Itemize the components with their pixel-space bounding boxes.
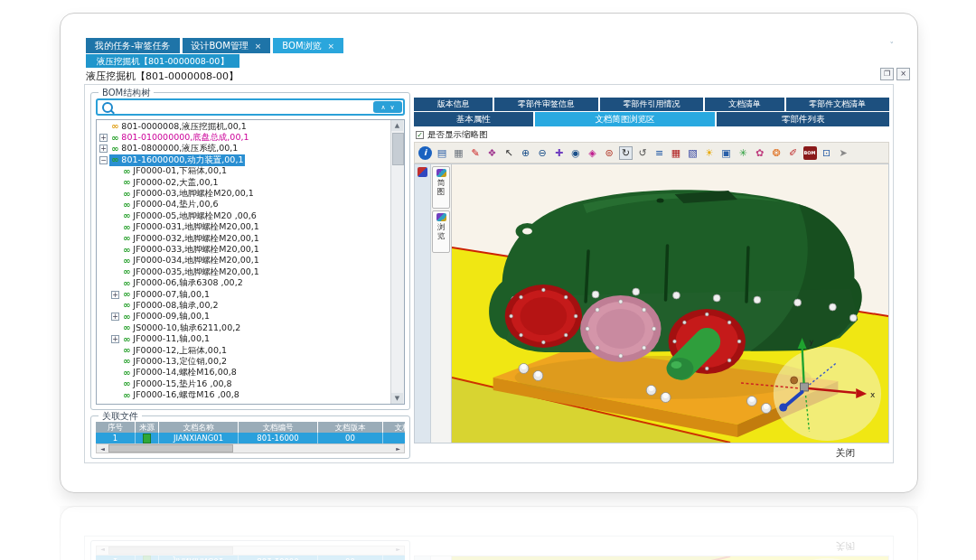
restore-window-icon[interactable]: ❐	[880, 68, 894, 80]
expand-spacer	[99, 123, 108, 131]
close-window-icon[interactable]: ×	[896, 68, 910, 80]
layers-icon[interactable]: ≡	[652, 146, 666, 160]
tree-item[interactable]: ∞JF0000-16,螺母M16 ,00,8	[97, 389, 391, 400]
app-tab[interactable]: BOM浏览×	[273, 38, 343, 53]
viewer-tab[interactable]: 简图	[432, 166, 450, 209]
app-tab[interactable]: 我的任务-审签任务	[86, 38, 180, 53]
view-mode-icon[interactable]	[418, 167, 427, 177]
tree-item[interactable]: ∞JF0000-15,垫片16 ,00,8	[97, 378, 391, 389]
tree-item[interactable]: ∞JF0000-05,地脚螺栓M20 ,00,6	[97, 210, 391, 221]
select-cursor-icon[interactable]: ↖	[502, 146, 516, 160]
paint-icon[interactable]: ❖	[485, 146, 499, 160]
markup-icon[interactable]: ✿	[753, 146, 766, 160]
tree-item[interactable]: ∞JF0000-03,地脚螺栓M20,00,1	[97, 188, 391, 199]
tree-item-label: JF0000-16,螺母M16 ,00,8	[133, 389, 239, 401]
zoom-fit-icon[interactable]: ✚	[552, 146, 566, 160]
explode-icon[interactable]: ✳	[737, 146, 750, 160]
viewer-tab[interactable]: 浏览	[432, 210, 450, 253]
tree-item[interactable]: ∞JF0000-13,定位销,00,2	[97, 356, 391, 367]
tree-item[interactable]: ∞JF0000-06,轴承6308 ,00,2	[97, 277, 391, 288]
tree-item[interactable]: −∞801-16000000,动力装置,00,1	[97, 154, 391, 165]
tree-item[interactable]: +∞JF0000-07,轴,00,1	[97, 289, 391, 300]
detail-tab[interactable]: 基本属性	[414, 112, 533, 126]
detail-tab[interactable]: 零部件引用情况	[600, 98, 703, 111]
search-prev-icon[interactable]: ∧	[380, 104, 385, 111]
bom-search-input[interactable]	[117, 100, 373, 114]
files-row[interactable]: 1JIANXIANG01801-1600000	[96, 433, 405, 443]
tree-item-body: ∞JF0000-033,地脚螺栓M20,00,1	[121, 244, 261, 256]
rotate-icon[interactable]: ↻	[619, 146, 633, 160]
expand-toggle-icon[interactable]: +	[111, 291, 119, 299]
app-tab[interactable]: 设计BOM管理×	[183, 38, 271, 53]
tree-item[interactable]: ∞JF0000-14,螺栓M16,00,8	[97, 368, 391, 378]
tab-close-icon[interactable]: ×	[255, 42, 262, 51]
tree-item[interactable]: +∞JF0000-11,轴,00,1	[97, 333, 391, 344]
print-icon[interactable]: ▦	[452, 146, 465, 160]
tree-item[interactable]: ∞JF0000-04,垫片,00,6	[97, 200, 391, 210]
detail-tab[interactable]: 文档简图浏览区	[535, 112, 716, 126]
material-box-icon[interactable]: ▧	[686, 146, 699, 160]
tree-scrollbar-thumb[interactable]	[392, 133, 404, 165]
scroll-down-icon[interactable]: ▼	[391, 393, 403, 404]
detail-tab[interactable]: 文档清单	[705, 98, 784, 111]
tree-item[interactable]: +∞JF0000-09,轴,00,1	[97, 312, 391, 322]
scroll-right-icon[interactable]: ►	[392, 445, 404, 452]
expand-toggle-icon[interactable]: −	[99, 156, 108, 164]
search-prev-next-buttons[interactable]: ∧ ∨	[373, 101, 402, 113]
expand-toggle-icon[interactable]: +	[99, 134, 108, 142]
expand-toggle-icon[interactable]: +	[111, 335, 119, 343]
files-hscrollbar[interactable]: ◄ ►	[96, 443, 405, 453]
viewer-canvas[interactable]: x y	[452, 164, 888, 443]
info-icon[interactable]: i	[418, 146, 432, 160]
orbit-icon[interactable]: ↺	[636, 146, 650, 160]
tree-item[interactable]: ∞JF0000-02,大盖,00,1	[97, 177, 391, 188]
light-icon[interactable]: ☀	[703, 146, 717, 160]
tree-item[interactable]: ∞JF0000-12,上箱体,00,1	[97, 345, 391, 356]
tree-item[interactable]: ∞JF0000-035,地脚螺栓M20,00,1	[97, 266, 391, 277]
viewport-icon[interactable]: ⊡	[820, 146, 833, 160]
bom-tree-list: ∞801-0000008,液压挖掘机,00,1+∞801-010000000,底…	[97, 121, 391, 404]
zoom-out-icon[interactable]: ⊖	[536, 146, 549, 160]
annotate-pen-icon[interactable]: ✎	[469, 146, 483, 160]
tree-item[interactable]: ∞JF0000-031,地脚螺栓M20,00,1	[97, 222, 391, 233]
files-hscrollbar-thumb[interactable]	[108, 444, 233, 453]
measure-grid-icon[interactable]: ▦	[670, 146, 683, 160]
zoom-window-icon[interactable]: ◉	[569, 146, 583, 160]
tree-item[interactable]: ∞801-0000008,液压挖掘机,00,1	[97, 121, 391, 132]
detail-tab[interactable]: 版本信息	[414, 98, 493, 111]
tree-scrollbar[interactable]: ▲ ▼	[390, 120, 404, 404]
bom-icon[interactable]: BOM	[803, 146, 817, 160]
tree-item[interactable]: +∞801-010000000,底盘总成,00,1	[97, 132, 391, 143]
tree-item[interactable]: ∞JF0000-01,下箱体,00,1	[97, 166, 391, 177]
part-link-icon: ∞	[123, 379, 130, 388]
tree-item[interactable]: +∞801-0800000,液压系统,00,1	[97, 144, 391, 154]
tabbar-chevron-down-icon[interactable]: ˅	[890, 41, 895, 50]
snapshot-icon[interactable]: ▣	[719, 146, 733, 160]
search-next-icon[interactable]: ∨	[390, 104, 395, 111]
tree-item[interactable]: ∞JF0000-08,轴承,00,2	[97, 300, 391, 311]
expand-toggle-icon[interactable]: +	[99, 145, 108, 153]
document-subtab[interactable]: 液压挖掘机【801-0000008-00】	[86, 54, 239, 68]
brush-icon[interactable]: ✐	[786, 146, 800, 160]
expand-toggle-icon[interactable]: +	[111, 313, 119, 321]
more-tools-icon[interactable]: ➤	[837, 146, 850, 160]
zoom-in-icon[interactable]: ⊕	[519, 146, 532, 160]
scroll-left-icon[interactable]: ◄	[97, 445, 108, 452]
tree-item[interactable]: ∞JS0000-10,轴承6211,00,2	[97, 322, 391, 333]
close-button[interactable]: 关闭	[836, 447, 855, 460]
center-target-icon[interactable]: ⊚	[603, 146, 616, 160]
tree-item[interactable]: ∞JF0000-034,地脚螺栓M20,00,1	[97, 256, 391, 266]
document-preview-icon[interactable]: ▤	[436, 146, 449, 160]
detail-tab[interactable]: 零部件文档清单	[786, 98, 889, 111]
tree-item-label: JF0000-034,地脚螺栓M20,00,1	[133, 255, 258, 266]
zoom-select-icon[interactable]: ◈	[586, 146, 599, 160]
detail-tab[interactable]: 零部件列表	[717, 112, 889, 126]
detail-tab[interactable]: 零部件审签信息	[494, 98, 597, 111]
thumbnail-checkbox[interactable]: ✓	[416, 131, 424, 139]
tree-item[interactable]: ∞JF0000-032,地脚螺栓M20,00,1	[97, 233, 391, 244]
render-icon[interactable]: ❂	[770, 146, 784, 160]
expand-spacer	[111, 302, 119, 310]
scroll-up-icon[interactable]: ▲	[391, 120, 403, 131]
tab-close-icon[interactable]: ×	[328, 42, 335, 51]
tree-item[interactable]: ∞JF0000-033,地脚螺栓M20,00,1	[97, 244, 391, 255]
